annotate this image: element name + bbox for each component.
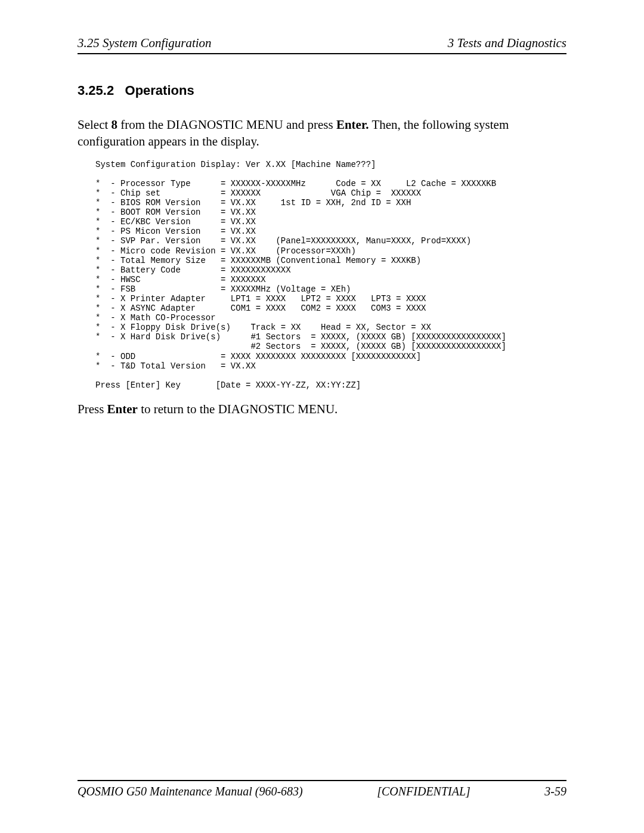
outro-paragraph: Press Enter to return to the DIAGNOSTIC …	[78, 401, 566, 417]
outro-post: to return to the DIAGNOSTIC MENU.	[138, 402, 338, 416]
system-configuration-display: System Configuration Display: Ver X.XX […	[95, 160, 566, 390]
intro-key-enter: Enter.	[336, 117, 369, 132]
outro-key-enter: Enter	[107, 402, 138, 416]
intro-key-8: 8	[112, 117, 118, 132]
outro-pre: Press	[78, 402, 107, 416]
section-heading: 3.25.2 Operations	[78, 83, 566, 98]
page: 3.25 System Configuration 3 Tests and Di…	[0, 0, 644, 833]
footer-right: 3-59	[544, 785, 566, 798]
section-title: Operations	[125, 83, 194, 98]
section-number: 3.25.2	[78, 83, 114, 98]
intro-mid1: from the DIAGNOSTIC MENU and press	[117, 117, 336, 132]
intro-pre: Select	[78, 117, 112, 132]
footer-center: [CONFIDENTIAL]	[377, 785, 470, 798]
page-footer: QOSMIO G50 Maintenance Manual (960-683) …	[78, 780, 566, 798]
running-header-right: 3 Tests and Diagnostics	[448, 36, 566, 51]
footer-left: QOSMIO G50 Maintenance Manual (960-683)	[78, 785, 303, 798]
intro-paragraph: Select 8 from the DIAGNOSTIC MENU and pr…	[78, 116, 566, 150]
running-header-left: 3.25 System Configuration	[78, 36, 212, 51]
running-header: 3.25 System Configuration 3 Tests and Di…	[78, 36, 566, 54]
